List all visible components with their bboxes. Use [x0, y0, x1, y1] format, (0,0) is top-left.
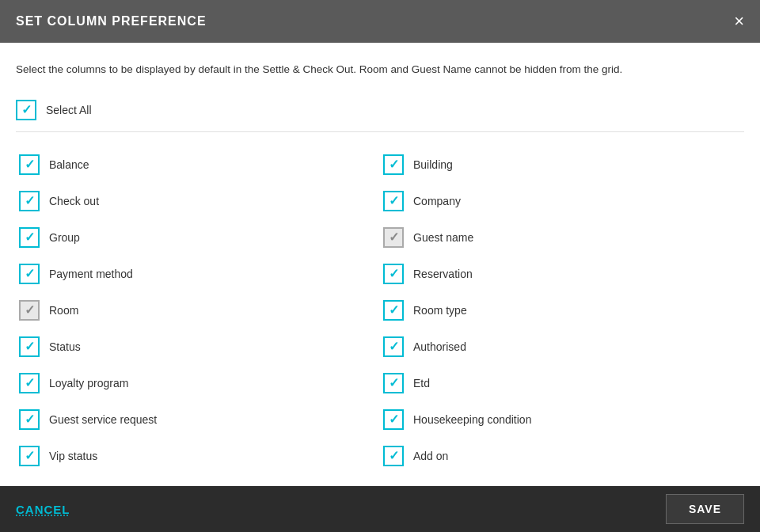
col-item-add_on: ✓ Add on	[380, 438, 744, 474]
checkbox-guest_service_request[interactable]: ✓	[19, 409, 40, 430]
checkmark-check_out: ✓	[25, 195, 35, 207]
col-item-housekeeping_condition: ✓ Housekeeping condition	[380, 401, 744, 438]
col-item-balance: ✓ Balance	[16, 146, 380, 183]
col-item-vip_status: ✓ Vip status	[16, 438, 380, 474]
select-all-checkbox[interactable]: ✓	[16, 100, 36, 120]
label-building: Building	[413, 158, 453, 171]
checkbox-room_type[interactable]: ✓	[383, 300, 404, 321]
checkbox-housekeeping_condition[interactable]: ✓	[383, 409, 404, 430]
col-item-authorised: ✓ Authorised	[380, 329, 744, 365]
checkbox-company[interactable]: ✓	[383, 191, 404, 211]
select-all-row: ✓ Select All	[16, 92, 744, 132]
label-group: Group	[49, 231, 80, 244]
checkmark-housekeeping_condition: ✓	[389, 413, 399, 426]
label-add_on: Add on	[413, 450, 448, 462]
col-item-room: ✓ Room	[16, 292, 380, 329]
col-item-guest_service_request: ✓ Guest service request	[16, 401, 380, 438]
label-balance: Balance	[49, 158, 89, 171]
label-company: Company	[413, 195, 461, 207]
checkmark-room_type: ✓	[389, 304, 399, 317]
label-etd: Etd	[413, 377, 430, 390]
col-item-payment_method: ✓ Payment method	[16, 256, 380, 292]
col-item-company: ✓ Company	[380, 183, 744, 219]
checkmark-balance: ✓	[25, 158, 35, 171]
modal: SET COLUMN PREFERENCE × Select the colum…	[0, 0, 760, 532]
label-status: Status	[49, 340, 81, 353]
checkbox-building[interactable]: ✓	[383, 154, 404, 175]
checkbox-room[interactable]: ✓	[19, 300, 40, 321]
col-item-etd: ✓ Etd	[380, 365, 744, 401]
checkmark-etd: ✓	[389, 377, 399, 390]
checkmark-guest_name: ✓	[389, 231, 399, 244]
col-item-loyalty_program: ✓ Loyalty program	[16, 365, 380, 401]
label-reservation: Reservation	[413, 268, 473, 280]
col-item-guest_name: ✓ Guest name	[380, 219, 744, 256]
modal-title: SET COLUMN PREFERENCE	[16, 14, 207, 28]
label-housekeeping_condition: Housekeeping condition	[413, 413, 531, 426]
checkmark-company: ✓	[389, 195, 399, 207]
checkmark-loyalty_program: ✓	[25, 377, 35, 390]
checkbox-status[interactable]: ✓	[19, 336, 40, 357]
label-authorised: Authorised	[413, 340, 466, 353]
checkmark-vip_status: ✓	[25, 450, 35, 462]
col-item-reservation: ✓ Reservation	[380, 256, 744, 292]
checkbox-authorised[interactable]: ✓	[383, 336, 404, 357]
label-loyalty_program: Loyalty program	[49, 377, 128, 390]
label-room: Room	[49, 304, 78, 317]
checkmark-building: ✓	[389, 158, 399, 171]
checkbox-loyalty_program[interactable]: ✓	[19, 373, 40, 393]
checkmark-payment_method: ✓	[25, 268, 35, 280]
columns-grid: ✓ Balance ✓ Building ✓ Check out ✓ Compa…	[16, 146, 744, 474]
close-button[interactable]: ×	[734, 13, 744, 30]
label-vip_status: Vip status	[49, 450, 97, 462]
checkbox-vip_status[interactable]: ✓	[19, 446, 40, 466]
col-item-group: ✓ Group	[16, 219, 380, 256]
col-item-room_type: ✓ Room type	[380, 292, 744, 329]
modal-body: Select the columns to be displayed by de…	[0, 43, 760, 486]
label-payment_method: Payment method	[49, 268, 133, 280]
checkmark-room: ✓	[25, 304, 35, 317]
checkbox-etd[interactable]: ✓	[383, 373, 404, 393]
checkbox-guest_name[interactable]: ✓	[383, 227, 404, 248]
checkmark-authorised: ✓	[389, 340, 399, 353]
select-all-label: Select All	[46, 104, 92, 116]
label-room_type: Room type	[413, 304, 467, 317]
checkbox-payment_method[interactable]: ✓	[19, 264, 40, 284]
description-text: Select the columns to be displayed by de…	[16, 62, 744, 78]
cancel-button[interactable]: CANCEL	[16, 503, 70, 516]
checkbox-check_out[interactable]: ✓	[19, 191, 40, 211]
select-all-checkmark: ✓	[21, 104, 32, 116]
checkmark-status: ✓	[25, 340, 35, 353]
modal-footer: CANCEL SAVE	[0, 486, 760, 532]
checkmark-reservation: ✓	[389, 268, 399, 280]
col-item-status: ✓ Status	[16, 329, 380, 365]
label-guest_name: Guest name	[413, 231, 473, 244]
col-item-building: ✓ Building	[380, 146, 744, 183]
checkmark-guest_service_request: ✓	[25, 413, 35, 426]
save-button[interactable]: SAVE	[666, 494, 744, 524]
label-guest_service_request: Guest service request	[49, 413, 157, 426]
checkmark-group: ✓	[25, 231, 35, 244]
checkbox-add_on[interactable]: ✓	[383, 446, 404, 466]
checkbox-balance[interactable]: ✓	[19, 154, 40, 175]
checkmark-add_on: ✓	[389, 450, 399, 462]
label-check_out: Check out	[49, 195, 99, 207]
checkbox-group[interactable]: ✓	[19, 227, 40, 248]
col-item-check_out: ✓ Check out	[16, 183, 380, 219]
modal-header: SET COLUMN PREFERENCE ×	[0, 0, 760, 43]
checkbox-reservation[interactable]: ✓	[383, 264, 404, 284]
